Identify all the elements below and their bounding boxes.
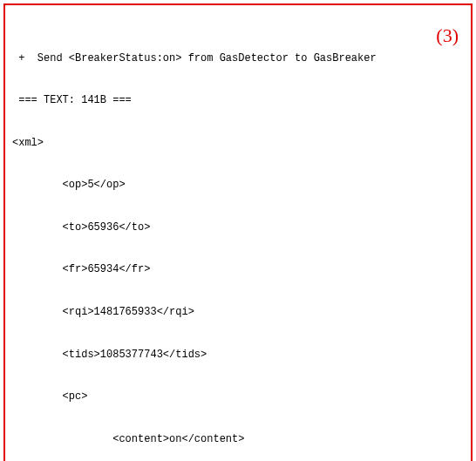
log-line: === TEXT: 141B === <box>12 93 464 107</box>
log-line: <pc> <box>12 390 464 403</box>
log-line: + Send <BreakerStatus:on> from GasDetect… <box>12 51 464 65</box>
log-block-3: (3) + Send <BreakerStatus:on> from GasDe… <box>3 3 473 461</box>
log-line: <op>5</op> <box>12 178 464 192</box>
log-line: <fr>65934</fr> <box>12 262 464 276</box>
log-line: <rqi>1481765933</rqi> <box>12 305 464 319</box>
block-label-3: (3) <box>436 23 459 49</box>
log-line: <xml> <box>12 136 464 150</box>
log-line: <content>on</content> <box>12 432 464 446</box>
log-line: <to>65936</to> <box>12 220 464 234</box>
log-line: <tids>1085377743</tids> <box>12 348 464 362</box>
